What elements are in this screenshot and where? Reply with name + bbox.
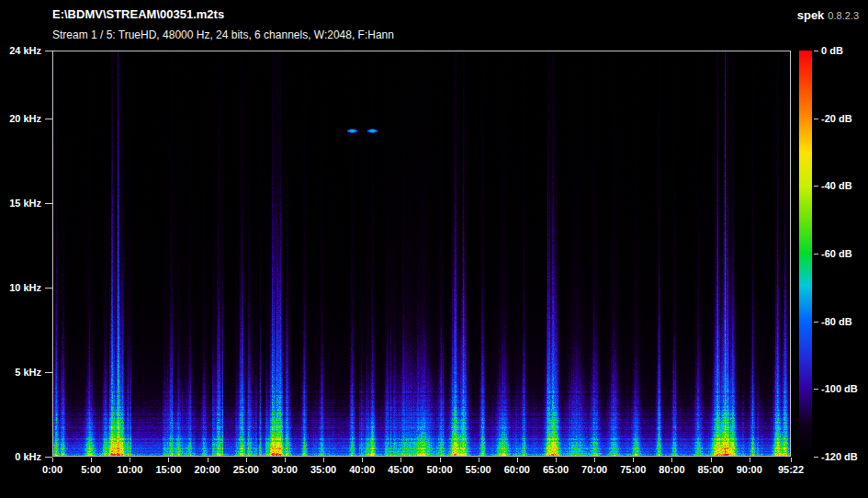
frequency-tick xyxy=(45,457,52,458)
frequency-tick xyxy=(45,119,52,119)
spectrogram-canvas xyxy=(53,51,790,456)
frequency-tick xyxy=(45,203,52,204)
time-tick xyxy=(285,458,286,462)
spek-window: { "app": { "name": "spek", "version": "0… xyxy=(0,0,868,498)
app-name: spek xyxy=(797,8,825,22)
db-tick xyxy=(814,457,818,458)
time-tick xyxy=(479,458,479,462)
db-tick-label: -120 dB xyxy=(821,451,858,462)
file-path-title: E:\BDMV\STREAM\00351.m2ts xyxy=(52,7,224,21)
time-tick xyxy=(440,458,441,462)
colorbar-gradient xyxy=(799,51,812,457)
time-tick xyxy=(362,458,363,462)
db-tick-label: -60 dB xyxy=(821,248,852,259)
frequency-tick-label: 5 kHz xyxy=(0,367,41,378)
time-tick xyxy=(52,458,53,462)
time-tick xyxy=(633,458,634,462)
time-tick xyxy=(323,458,324,462)
db-tick xyxy=(814,186,818,187)
time-tick xyxy=(711,458,712,462)
time-tick xyxy=(671,458,672,462)
spectrogram-plot xyxy=(52,51,791,457)
db-tick-label: -40 dB xyxy=(821,180,852,191)
time-tick-label: 95:22 xyxy=(768,464,814,475)
time-tick xyxy=(168,458,169,462)
stream-info: Stream 1 / 5: TrueHD, 48000 Hz, 24 bits,… xyxy=(52,28,394,41)
time-tick xyxy=(246,458,247,462)
frequency-tick xyxy=(45,372,52,373)
time-tick xyxy=(750,458,750,462)
time-tick xyxy=(556,458,557,462)
db-tick-label: 0 dB xyxy=(821,45,843,56)
frequency-tick-label: 0 kHz xyxy=(0,451,41,462)
time-tick-label: 90:00 xyxy=(727,464,772,475)
frequency-tick xyxy=(45,288,52,289)
frequency-tick-label: 24 kHz xyxy=(0,45,41,56)
frequency-tick xyxy=(45,51,52,51)
db-tick-label: -20 dB xyxy=(821,113,852,124)
time-tick xyxy=(91,458,92,462)
app-version: 0.8.2.3 xyxy=(828,10,859,21)
db-tick xyxy=(814,119,818,119)
app-brand: spek0.8.2.3 xyxy=(797,8,859,22)
frequency-tick-label: 10 kHz xyxy=(0,282,41,293)
db-tick-label: -100 dB xyxy=(821,383,858,394)
frequency-tick-label: 20 kHz xyxy=(0,113,41,124)
time-tick xyxy=(208,458,209,462)
frequency-tick-label: 15 kHz xyxy=(0,198,41,209)
db-tick-label: -80 dB xyxy=(821,316,852,327)
time-tick xyxy=(594,458,595,462)
db-tick xyxy=(814,51,818,51)
db-tick xyxy=(814,322,818,323)
db-tick xyxy=(814,389,818,390)
time-tick xyxy=(791,458,792,462)
time-tick xyxy=(130,458,130,462)
time-tick xyxy=(517,458,518,462)
time-tick xyxy=(400,458,401,462)
db-tick xyxy=(814,254,818,255)
